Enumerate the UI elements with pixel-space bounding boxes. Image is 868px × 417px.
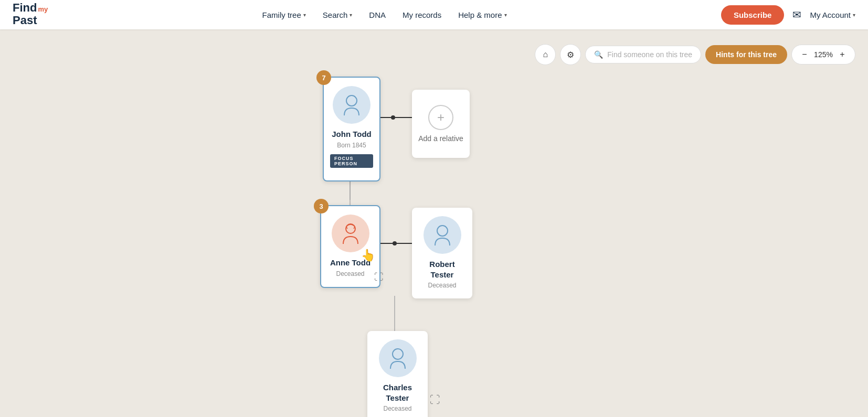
- svg-point-7: [346, 95, 357, 106]
- nav-family-tree[interactable]: Family tree ▾: [256, 6, 312, 24]
- robert-name: Robert Tester: [418, 259, 466, 280]
- chevron-down-icon: ▾: [504, 12, 507, 18]
- search-box[interactable]: 🔍 Find someone on this tree: [585, 46, 701, 63]
- chevron-down-icon: ▾: [350, 12, 352, 18]
- nav-help-label: Help & more: [458, 10, 502, 19]
- tree-toolbar: ⌂ ⚙ 🔍 Find someone on this tree Hints fo…: [535, 44, 855, 65]
- hint-badge-anne: 3: [314, 199, 329, 213]
- anne-dates: Deceased: [336, 270, 364, 277]
- home-icon: ⌂: [543, 50, 548, 59]
- nav-dna-label: DNA: [369, 10, 386, 19]
- charles-name: Charles Tester: [374, 382, 421, 403]
- zoom-out-button[interactable]: −: [798, 48, 811, 61]
- zoom-controls: − 125% +: [791, 45, 855, 65]
- account-label: My Account: [810, 10, 851, 19]
- logo-find: Find: [13, 2, 37, 14]
- svg-point-2: [391, 115, 395, 120]
- navbar: Find my Past Family tree ▾ Search ▾ DNA …: [0, 0, 868, 29]
- nav-search[interactable]: Search ▾: [316, 6, 359, 24]
- chevron-down-icon: ▾: [853, 12, 855, 18]
- svg-point-10: [393, 349, 403, 359]
- logo[interactable]: Find my Past: [13, 2, 48, 27]
- nav-dna[interactable]: DNA: [363, 6, 392, 24]
- avatar-charles: [379, 339, 417, 377]
- envelope-icon[interactable]: ✉: [792, 8, 801, 21]
- add-relative-card[interactable]: + Add a relative: [412, 90, 470, 158]
- subscribe-button[interactable]: Subscribe: [721, 5, 785, 25]
- gear-icon: ⚙: [567, 50, 574, 60]
- settings-button[interactable]: ⚙: [560, 44, 581, 65]
- zoom-level: 125%: [813, 50, 834, 59]
- nav-my-records[interactable]: My records: [396, 6, 448, 24]
- logo-past: Past: [13, 14, 48, 27]
- john-dates: Born 1845: [337, 142, 366, 149]
- home-button[interactable]: ⌂: [535, 44, 556, 65]
- robert-dates: Deceased: [428, 282, 456, 289]
- svg-point-5: [393, 241, 397, 245]
- avatar-john: [333, 86, 371, 124]
- anne-tree-icon-button[interactable]: ⛶: [374, 272, 384, 283]
- person-card-anne[interactable]: 3 Anne Todd Deceased ⛶: [320, 205, 380, 288]
- hint-badge-john: 7: [316, 70, 331, 85]
- focus-badge: FOCUS PERSON: [330, 154, 373, 168]
- nav-family-tree-label: Family tree: [262, 10, 301, 19]
- family-tree-icon: ⛶: [430, 394, 440, 405]
- person-card-robert[interactable]: Robert Tester Deceased: [412, 208, 472, 298]
- nav-help[interactable]: Help & more ▾: [452, 6, 513, 24]
- tree-canvas: ⌂ ⚙ 🔍 Find someone on this tree Hints fo…: [0, 29, 868, 417]
- chevron-down-icon: ▾: [303, 12, 306, 18]
- zoom-in-button[interactable]: +: [836, 48, 849, 61]
- anne-name: Anne Todd: [330, 258, 371, 268]
- charles-tree-icon-button[interactable]: ⛶: [430, 394, 440, 406]
- person-card-charles[interactable]: Charles Tester Deceased ⛶: [367, 331, 428, 417]
- charles-dates: Deceased: [383, 405, 411, 412]
- account-button[interactable]: My Account ▾: [810, 10, 855, 19]
- john-name: John Todd: [332, 129, 372, 140]
- person-card-john[interactable]: 7 John Todd Born 1845 FOCUS PERSON: [323, 77, 380, 181]
- avatar-anne: [332, 215, 369, 252]
- nav-right: Subscribe ✉ My Account ▾: [721, 5, 855, 25]
- avatar-robert: [424, 216, 461, 254]
- add-relative-label: Add a relative: [418, 134, 463, 143]
- nav-search-label: Search: [323, 10, 348, 19]
- search-icon: 🔍: [594, 50, 603, 59]
- svg-point-9: [437, 226, 448, 236]
- logo-my: my: [38, 6, 48, 13]
- nav-links: Family tree ▾ Search ▾ DNA My records He…: [65, 6, 704, 24]
- search-placeholder: Find someone on this tree: [607, 50, 692, 59]
- hints-button[interactable]: Hints for this tree: [705, 45, 787, 64]
- family-tree-icon: ⛶: [374, 272, 384, 282]
- add-icon: +: [428, 105, 453, 130]
- nav-my-records-label: My records: [403, 10, 441, 19]
